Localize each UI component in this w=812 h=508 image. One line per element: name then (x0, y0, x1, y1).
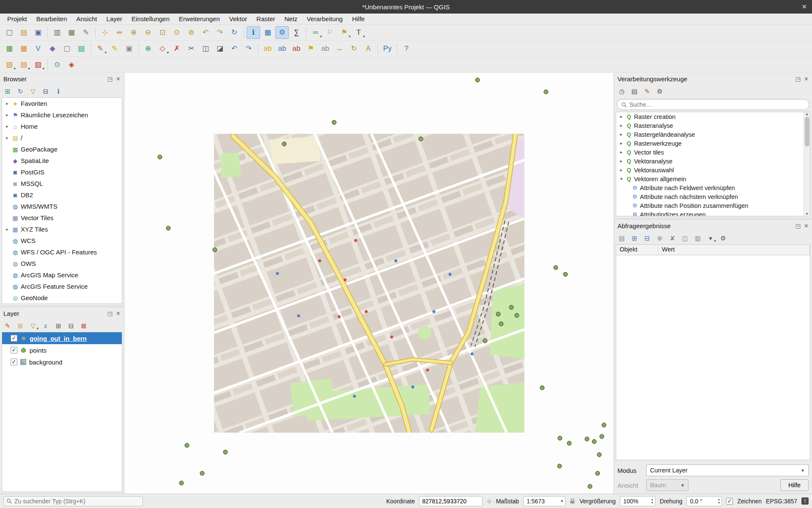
zoom-full-icon[interactable]: ⊡ (156, 26, 169, 39)
dropdown-arrow-icon[interactable]: ▾ (104, 50, 107, 55)
new-shapefile-layer-icon[interactable]: ▦ (17, 42, 30, 55)
deselect-features-icon[interactable]: ▧▾ (31, 58, 45, 71)
expand-arrow-icon[interactable]: ▸ (4, 112, 11, 118)
browser-item-home[interactable]: ▸⌂Home (2, 121, 122, 132)
save-layer-edits-icon[interactable]: ▣ (122, 42, 136, 55)
pin-unpin-labels-icon[interactable]: ⚑ (304, 42, 318, 55)
processing-algorithm-attribute-nach-feldwert-verkn-pfen[interactable]: ⚙Attribute nach Feldwert verknüpfen (616, 183, 810, 192)
map-tips-icon[interactable]: ⚐ (323, 26, 337, 39)
open-attribute-table-icon[interactable]: ▦ (261, 26, 274, 39)
expand-arrow-icon[interactable]: ▸ (4, 101, 11, 106)
results-table-body[interactable] (616, 255, 810, 460)
layer-visibility-checkbox[interactable]: ✓ (11, 335, 17, 342)
show-hide-labels-icon[interactable]: ab (318, 42, 332, 55)
expand-arrow-icon[interactable]: ▸ (618, 132, 625, 137)
expand-tree-icon[interactable]: ⊞ (628, 232, 640, 243)
search-plugin-icon[interactable]: ⊙ (50, 58, 64, 71)
copy-features-icon[interactable]: ◫ (199, 42, 212, 55)
processing-algorithm-attribute-nach-n-chstem-verkn-pfen[interactable]: ⚙Attribute nach nächstem verknüpfen (616, 192, 810, 201)
browser-item-xyz-tiles[interactable]: ▸▦XYZ Tiles (2, 224, 122, 235)
layer-row-going-out-in-bern[interactable]: ✓going_out_in_bern (2, 332, 122, 344)
menu-ansicht[interactable]: Ansicht (71, 14, 102, 23)
zoom-in-icon[interactable]: ⊕ (127, 26, 140, 39)
new-print-layout-icon[interactable]: ▥ (50, 26, 64, 39)
refresh-browser-icon[interactable]: ↻ (14, 86, 26, 97)
browser-item-postgis[interactable]: ◙PostGIS (2, 166, 122, 178)
clear-results-icon[interactable]: ✘ (667, 232, 678, 243)
coordinate-input[interactable] (419, 496, 483, 506)
new-memory-layer-icon[interactable]: ▢ (60, 42, 74, 55)
dropdown-arrow-icon[interactable]: ▾ (14, 66, 16, 71)
menu-layer[interactable]: Layer (102, 14, 127, 23)
browser-item-item[interactable]: ▸▤/ (2, 132, 122, 144)
crs-indicator[interactable]: EPSG:3857 (766, 498, 797, 505)
dropdown-arrow-icon[interactable]: ▾ (36, 326, 38, 331)
new-virtual-layer-icon[interactable]: V (31, 42, 45, 55)
filter-by-expression-icon[interactable]: ε (40, 320, 52, 331)
change-label-properties-icon[interactable]: A (362, 42, 375, 55)
new-geopackage-layer-icon[interactable]: ▦ (3, 42, 16, 55)
browser-item-arcgis-feature-service[interactable]: ◍ArcGIS Feature Service (2, 281, 122, 292)
menu-hilfe[interactable]: Hilfe (347, 14, 369, 23)
rotation-spinbox[interactable]: 0,0 ° ▲▼ (686, 496, 722, 506)
layer-visibility-checkbox[interactable]: ✓ (11, 347, 17, 353)
new-spatialite-layer-icon[interactable]: ◆ (46, 42, 59, 55)
processing-toolbox-icon[interactable]: ⚙ (275, 26, 289, 39)
print-response-icon[interactable]: ▥ (692, 232, 704, 243)
browser-item-wfs-ogc-api-features[interactable]: ◍WFS / OGC API - Features (2, 246, 122, 258)
identify-features-icon[interactable]: ℹ (247, 26, 260, 39)
scrollbar[interactable]: ▲▼ (804, 112, 810, 216)
open-form-icon[interactable]: ▤ (616, 232, 628, 243)
expand-all-layers-icon[interactable]: ⊞ (52, 320, 64, 331)
processing-group-rasterwerkzeuge[interactable]: ▸QRasterwerkzeuge (616, 139, 810, 148)
locator-search-box[interactable] (3, 496, 143, 506)
browser-item-vector-tiles[interactable]: ▦Vector Tiles (2, 212, 122, 224)
current-edits-icon[interactable]: ✎▾ (93, 42, 107, 55)
add-group-icon[interactable]: ⊞ (14, 320, 26, 331)
browser-item-ows[interactable]: ◍OWS (2, 258, 122, 269)
magnifier-spinbox[interactable]: 100% ▲▼ (620, 496, 656, 506)
cut-features-icon[interactable]: ✂ (184, 42, 198, 55)
column-header-wert[interactable]: Wert (658, 245, 810, 255)
coordinate-extent-icon[interactable]: ⊹ (487, 498, 492, 505)
menu-vektor[interactable]: Vektor (225, 14, 252, 23)
redo-icon[interactable]: ↷ (242, 42, 255, 55)
expand-arrow-icon[interactable]: ▾ (618, 176, 625, 182)
processing-group-vektorauswahl[interactable]: ▸QVektorauswahl (616, 166, 810, 174)
save-project-icon[interactable]: ▣ (31, 26, 45, 39)
scale-combobox[interactable]: 1:5673 ▼ (523, 496, 565, 506)
expand-arrow-icon[interactable]: ▸ (618, 167, 625, 173)
add-point-feature-icon[interactable]: ⊕ (141, 42, 155, 55)
browser-item-mssql[interactable]: ◙MSSQL (2, 178, 122, 189)
dropdown-arrow-icon[interactable]: ▾ (363, 34, 365, 39)
menu-raster[interactable]: Raster (252, 14, 280, 23)
filter-browser-icon[interactable]: ▽ (27, 86, 39, 97)
browser-item-wms-wmts[interactable]: ◍WMS/WMTS (2, 201, 122, 212)
identify-settings-icon[interactable]: ⚙ (717, 232, 729, 243)
open-layer-styling-icon[interactable]: ✎ (2, 320, 14, 331)
menu-erweiterungen[interactable]: Erweiterungen (174, 14, 225, 23)
browser-item-spatialite[interactable]: ◆SpatiaLite (2, 155, 122, 166)
layout-manager-icon[interactable]: ▦ (65, 26, 78, 39)
spinner-arrows-icon[interactable]: ▲▼ (718, 498, 721, 504)
render-checkbox[interactable]: ✓ (726, 498, 733, 505)
toggle-editing-icon[interactable]: ✎ (108, 42, 121, 55)
new-spatial-bookmark-icon[interactable]: ⚑▾ (337, 26, 351, 39)
select-features-icon[interactable]: ▧▾ (3, 58, 16, 71)
highlight-pinned-labels-icon[interactable]: ab (290, 42, 303, 55)
rotate-label-icon[interactable]: ↻ (347, 42, 361, 55)
panel-close-button[interactable]: ✕ (804, 76, 809, 82)
map-canvas[interactable] (124, 73, 614, 494)
lock-scale-icon[interactable] (570, 498, 575, 504)
processing-group-vector-tiles[interactable]: ▸QVector tiles (616, 148, 810, 157)
expand-arrow-icon[interactable]: ▸ (618, 158, 625, 164)
panel-close-button[interactable]: ✕ (116, 76, 121, 82)
processing-group-vektoranalyse[interactable]: ▸QVektoranalyse (616, 157, 810, 166)
browser-item-db2[interactable]: ◙DB2 (2, 189, 122, 201)
panel-float-button[interactable]: ◳ (107, 76, 112, 82)
expand-arrow-icon[interactable]: ▸ (618, 149, 625, 155)
menu-netz[interactable]: Netz (280, 14, 302, 23)
expand-arrow-icon[interactable]: ▸ (4, 124, 11, 129)
browser-item-geonode[interactable]: ◎GeoNode (2, 292, 122, 304)
new-project-icon[interactable]: ▢ (3, 26, 16, 39)
